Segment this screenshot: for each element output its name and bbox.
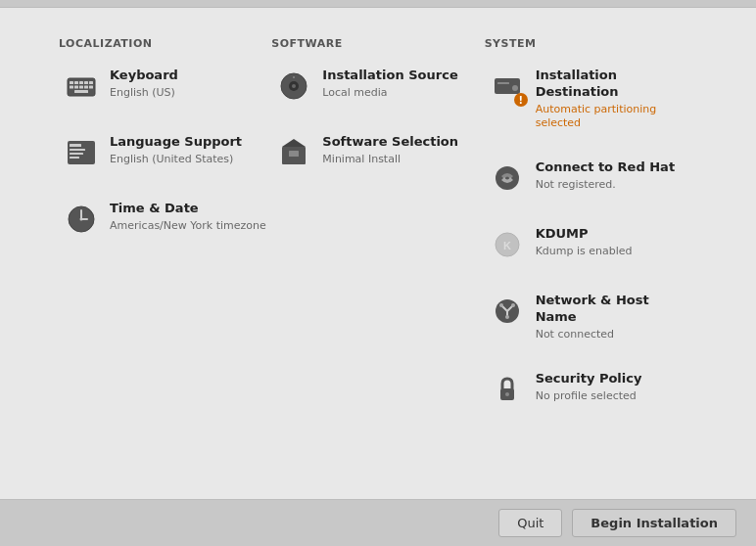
svg-point-39	[505, 392, 509, 396]
svg-rect-27	[289, 151, 299, 157]
connect-redhat-name: Connect to Red Hat	[536, 159, 675, 176]
section-software: SOFTWARE Installation Source Local media	[271, 37, 484, 433]
begin-installation-button[interactable]: Begin Installation	[572, 509, 736, 537]
svg-marker-26	[282, 139, 306, 147]
language-icon	[63, 134, 100, 171]
svg-point-36	[511, 303, 515, 307]
section-system: SYSTEM ! Installation Destination Automa…	[485, 37, 697, 433]
keyboard-name: Keyboard	[110, 68, 178, 84]
item-connect-redhat[interactable]: Connect to Red Hat Not registered.	[485, 156, 697, 201]
network-hostname-sub: Not connected	[536, 328, 693, 341]
time-date-text: Time & Date Americas/New York timezone	[110, 201, 266, 233]
svg-rect-6	[70, 86, 73, 89]
keyboard-text: Keyboard English (US)	[110, 68, 178, 100]
kdump-icon: K	[489, 226, 526, 263]
kdump-sub: Kdump is enabled	[536, 245, 633, 258]
security-policy-name: Security Policy	[536, 371, 642, 387]
installation-destination-text: Installation Destination Automatic parti…	[536, 68, 693, 130]
svg-rect-2	[74, 81, 78, 84]
svg-rect-16	[70, 157, 79, 159]
svg-point-24	[293, 76, 295, 78]
keyboard-sub: English (US)	[110, 86, 178, 100]
installation-source-sub: Local media	[322, 86, 457, 100]
quit-button[interactable]: Quit	[498, 509, 562, 537]
installation-source-name: Installation Source	[322, 68, 457, 84]
clock-icon	[63, 201, 100, 238]
item-installation-destination[interactable]: ! Installation Destination Automatic par…	[485, 64, 697, 134]
lock-icon	[489, 371, 526, 408]
item-software-selection[interactable]: Software Selection Minimal Install	[271, 130, 484, 175]
item-network-hostname[interactable]: Network & Host Name Not connected	[485, 289, 697, 345]
warning-badge: !	[514, 93, 528, 107]
software-selection-sub: Minimal Install	[322, 153, 458, 166]
drive-icon: !	[489, 68, 526, 105]
main-content: LOCALIZATION	[0, 8, 756, 499]
bottom-bar: Quit Begin Installation	[0, 499, 756, 546]
svg-rect-9	[84, 86, 88, 89]
kdump-text: KDUMP Kdump is enabled	[536, 226, 633, 258]
package-icon	[275, 134, 312, 171]
section-title-localization: LOCALIZATION	[59, 37, 271, 50]
svg-rect-13	[70, 144, 81, 147]
svg-point-37	[505, 315, 509, 319]
item-keyboard[interactable]: Keyboard English (US)	[59, 64, 271, 109]
svg-rect-11	[74, 90, 88, 93]
disc-icon	[275, 68, 312, 105]
network-hostname-name: Network & Host Name	[536, 293, 693, 326]
item-language-support[interactable]: Language Support English (United States)	[59, 130, 271, 175]
svg-point-31	[496, 166, 519, 190]
svg-rect-10	[89, 86, 93, 89]
svg-rect-1	[70, 81, 73, 84]
svg-rect-14	[70, 149, 85, 151]
item-kdump[interactable]: K KDUMP Kdump is enabled	[485, 222, 697, 267]
installation-destination-sub: Automatic partitioning selected	[536, 103, 693, 131]
svg-rect-7	[74, 86, 78, 89]
language-support-name: Language Support	[110, 134, 242, 151]
section-title-software: SOFTWARE	[271, 37, 484, 50]
item-installation-source[interactable]: Installation Source Local media	[271, 64, 484, 109]
redhat-icon	[489, 159, 526, 197]
language-support-sub: English (United States)	[110, 153, 242, 166]
svg-rect-3	[79, 81, 83, 84]
software-selection-name: Software Selection	[322, 134, 458, 151]
svg-point-29	[512, 85, 518, 91]
security-policy-text: Security Policy No profile selected	[536, 371, 642, 403]
section-title-system: SYSTEM	[485, 37, 697, 50]
svg-rect-5	[89, 81, 93, 84]
connect-redhat-text: Connect to Red Hat Not registered.	[536, 159, 675, 192]
network-hostname-text: Network & Host Name Not connected	[536, 293, 693, 341]
svg-point-23	[292, 84, 296, 88]
security-policy-sub: No profile selected	[536, 389, 642, 403]
software-selection-text: Software Selection Minimal Install	[322, 134, 458, 166]
installation-destination-name: Installation Destination	[536, 68, 693, 101]
section-localization: LOCALIZATION	[59, 37, 271, 433]
svg-rect-4	[84, 81, 88, 84]
kdump-name: KDUMP	[536, 226, 633, 243]
svg-text:K: K	[503, 240, 511, 251]
time-date-name: Time & Date	[110, 201, 266, 217]
svg-rect-15	[70, 153, 83, 155]
keyboard-icon	[63, 68, 100, 105]
installation-source-text: Installation Source Local media	[322, 68, 457, 100]
item-time-date[interactable]: Time & Date Americas/New York timezone	[59, 197, 271, 242]
svg-rect-8	[79, 86, 83, 89]
network-icon	[489, 293, 526, 330]
sections-container: LOCALIZATION	[59, 37, 697, 433]
item-security-policy[interactable]: Security Policy No profile selected	[485, 367, 697, 412]
connect-redhat-sub: Not registered.	[536, 178, 675, 192]
top-bar	[0, 0, 756, 8]
svg-rect-30	[497, 82, 509, 84]
language-support-text: Language Support English (United States)	[110, 134, 242, 166]
time-date-sub: Americas/New York timezone	[110, 219, 266, 233]
svg-point-35	[499, 303, 503, 307]
